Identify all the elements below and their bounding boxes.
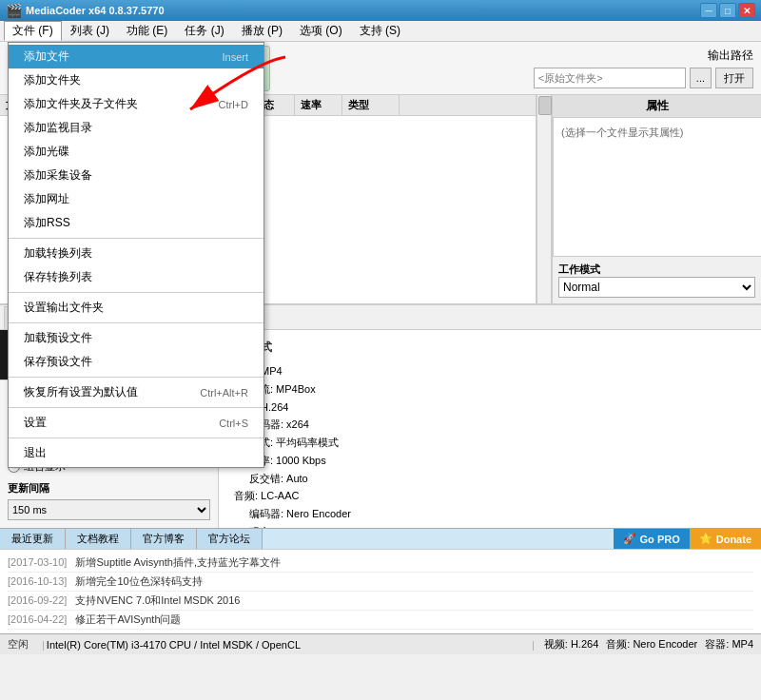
output-path-area: 输出路径 ... 打开 (534, 48, 753, 88)
gopro-icon: 🚀 (623, 533, 636, 545)
donate-label: Donate (716, 534, 751, 545)
menu-play[interactable]: 播放 (P) (233, 21, 291, 41)
menu-add-file[interactable]: 添加文件 Insert (9, 45, 263, 68)
news-bar: 最近更新 文档教程 官方博客 官方论坛 🚀 Go PRO ⭐ Donate (0, 528, 761, 549)
news-date-3: [2016-04-22] (8, 613, 67, 625)
menu-function[interactable]: 功能 (E) (118, 21, 176, 41)
title-bar-text: MediaCoder x64 0.8.37.5770 (26, 5, 165, 16)
news-text-0: 新增Suptitle Avisynth插件,支持蓝光字幕文件 (75, 556, 281, 568)
separator-6 (9, 438, 263, 438)
menu-add-capture[interactable]: 添加采集设备 (9, 164, 263, 187)
properties-header: 属性 (553, 95, 761, 118)
menu-restore-defaults[interactable]: 恢复所有设置为默认值 Ctrl+Alt+R (9, 380, 263, 404)
close-button[interactable]: ✕ (738, 3, 755, 18)
news-date-2: [2016-09-22] (8, 594, 67, 606)
browse-button[interactable]: ... (690, 68, 712, 88)
col-speed: 速率 (295, 95, 342, 115)
separator-4 (9, 377, 263, 378)
summary-video-mode: 模式: 平均码率模式 (249, 434, 753, 452)
separator-2 (9, 292, 263, 293)
status-audio: 音频: Nero Encoder (606, 637, 697, 651)
status-bar: 空闲 | Intel(R) Core(TM) i3-4170 CPU / Int… (0, 633, 761, 654)
gopro-label: Go PRO (640, 534, 680, 545)
news-item-0: [2017-03-10] 新增Suptitle Avisynth插件,支持蓝光字… (8, 554, 753, 573)
separator-3 (9, 322, 263, 323)
menu-save-list[interactable]: 保存转换列表 (9, 265, 263, 289)
work-mode-section: 工作模式 Normal (553, 256, 761, 303)
news-tab-docs[interactable]: 文档教程 (66, 529, 131, 549)
donate-button[interactable]: ⭐ Donate (690, 529, 761, 549)
update-interval-select[interactable]: 150 ms (8, 499, 210, 520)
news-item-1: [2016-10-13] 新增完全10位色深转码支持 (8, 573, 753, 592)
update-interval-area: 更新间隔 150 ms (8, 481, 210, 520)
work-mode-label: 工作模式 (558, 262, 755, 277)
menu-add-folder-recursive[interactable]: 添加文件夹及子文件夹 Ctrl+D (9, 92, 263, 116)
update-interval-label: 更新间隔 (8, 481, 210, 496)
summary-title: 目标格式 (226, 338, 753, 357)
menu-add-watch-dir[interactable]: 添加监视目录 (9, 116, 263, 140)
menu-add-folder[interactable]: 添加文件夹 (9, 68, 263, 92)
news-text-2: 支持NVENC 7.0和Intel MSDK 2016 (75, 594, 240, 606)
properties-body: (选择一个文件显示其属性) (553, 118, 761, 256)
properties-panel: 属性 (选择一个文件显示其属性) 工作模式 Normal (552, 95, 761, 303)
separator-1 (9, 238, 263, 239)
menu-exit[interactable]: 退出 (9, 441, 263, 465)
donate-icon: ⭐ (699, 533, 712, 545)
menu-file[interactable]: 文件 (F) (4, 21, 62, 41)
news-text-1: 新增完全10位色深转码支持 (75, 575, 202, 587)
col-type: 类型 (342, 95, 400, 115)
summary-audio-bitrate: 码率: 48 Kbps (249, 523, 753, 528)
news-text-3: 修正若干AVISynth问题 (75, 613, 181, 625)
output-path-label: 输出路径 (708, 48, 753, 64)
summary-mix: 混流: MP4Box (249, 380, 753, 399)
news-tab-forum[interactable]: 官方论坛 (197, 529, 263, 549)
menu-settings[interactable]: 设置 Ctrl+S (9, 411, 263, 435)
menu-options[interactable]: 选项 (O) (291, 21, 351, 41)
maximize-button[interactable]: □ (719, 3, 736, 18)
menu-set-output-folder[interactable]: 设置输出文件夹 (9, 296, 263, 320)
menu-add-url[interactable]: 添加网址 (9, 187, 263, 211)
status-idle: 空闲 (8, 637, 29, 651)
summary-video-antishake: 反交错: Auto (249, 470, 753, 488)
news-list: [2017-03-10] 新增Suptitle Avisynth插件,支持蓝光字… (0, 549, 761, 633)
summary-video-bitrate: 码率: 1000 Kbps (249, 452, 753, 470)
open-output-button[interactable]: 打开 (715, 68, 753, 88)
news-date-0: [2017-03-10] (8, 556, 67, 568)
app-icon: 🎬 (6, 3, 22, 18)
summary-video-encoder: 编码器: x264 (249, 416, 753, 434)
summary-audio: 音频: LC-AAC (234, 487, 753, 505)
minimize-button[interactable]: ─ (700, 3, 717, 18)
menu-load-list[interactable]: 加载转换列表 (9, 242, 263, 265)
menu-list[interactable]: 列表 (J) (62, 21, 118, 41)
summary-container: 容器: MP4 (234, 362, 753, 380)
status-video: 视频: H.264 (544, 637, 598, 651)
title-bar: 🎬 MediaCoder x64 0.8.37.5770 ─ □ ✕ (0, 0, 761, 21)
menu-load-preset[interactable]: 加载预设文件 (9, 326, 263, 350)
menu-bar: 文件 (F) 列表 (J) 功能 (E) 任务 (J) 播放 (P) 选项 (O… (0, 21, 761, 42)
status-container: 容器: MP4 (705, 637, 753, 651)
separator-5 (9, 407, 263, 408)
output-path-input[interactable] (534, 68, 686, 88)
file-dropdown-menu: 添加文件 Insert 添加文件夹 添加文件夹及子文件夹 Ctrl+D 添加监视… (8, 42, 264, 468)
summary-audio-encoder: 编码器: Nero Encoder (249, 505, 753, 523)
work-mode-select[interactable]: Normal (558, 277, 755, 298)
summary-video: 视频: H.264 (234, 399, 753, 417)
menu-task[interactable]: 任务 (J) (176, 21, 232, 41)
news-tab-updates[interactable]: 最近更新 (0, 529, 66, 549)
menu-save-preset[interactable]: 保存预设文件 (9, 350, 263, 374)
file-list-scrollbar[interactable] (537, 95, 552, 303)
summary-panel: 目标格式 容器: MP4 混流: MP4Box 视频: H.264 编码器: x… (219, 330, 761, 528)
menu-add-disc[interactable]: 添加光碟 (9, 140, 263, 164)
news-item-3: [2016-04-22] 修正若干AVISynth问题 (8, 611, 753, 630)
news-item-2: [2016-09-22] 支持NVENC 7.0和Intel MSDK 2016 (8, 592, 753, 611)
news-tab-blog[interactable]: 官方博客 (131, 529, 197, 549)
properties-placeholder: (选择一个文件显示其属性) (561, 126, 683, 138)
news-date-1: [2016-10-13] (8, 575, 67, 587)
status-cpu: Intel(R) Core(TM) i3-4170 CPU / Intel MS… (47, 639, 530, 651)
menu-add-rss[interactable]: 添加RSS (9, 211, 263, 235)
gopro-button[interactable]: 🚀 Go PRO (614, 529, 690, 549)
menu-support[interactable]: 支持 (S) (351, 21, 409, 41)
